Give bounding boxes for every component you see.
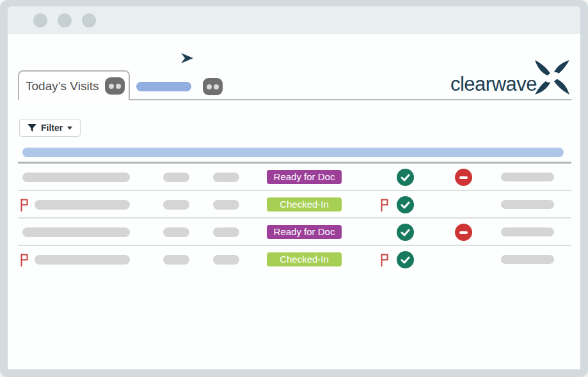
table-row: Checked-In: [18, 246, 571, 273]
flag-icon: [380, 198, 389, 212]
table-row: Checked-In: [18, 191, 571, 219]
cell-placeholder: [213, 173, 239, 182]
deny-icon[interactable]: [455, 224, 472, 241]
status-badge[interactable]: Checked-In: [267, 252, 342, 266]
check-icon[interactable]: [397, 224, 414, 241]
window-control-dot[interactable]: [33, 13, 47, 27]
status-badge[interactable]: Ready for Doc: [267, 225, 342, 239]
clearwave-wordmark: clearwave: [450, 74, 537, 94]
visits-table: Ready for Doc Checked-In: [18, 164, 571, 273]
page-content: Today’s Visits clearwave: [8, 34, 580, 369]
table-row: Ready for Doc: [18, 219, 571, 246]
tab-count-badge-icon: [105, 77, 125, 95]
patient-name-placeholder: [35, 255, 130, 265]
flag-icon: [380, 253, 389, 267]
cell-placeholder: [501, 173, 554, 181]
cell-placeholder: [163, 200, 189, 210]
flag-icon: [20, 253, 29, 267]
status-badge[interactable]: Checked-In: [267, 197, 342, 212]
cell-placeholder: [163, 227, 189, 237]
browser-titlebar: [8, 6, 580, 34]
check-icon[interactable]: [397, 169, 414, 186]
table-row: Ready for Doc: [18, 164, 571, 191]
cell-placeholder: [213, 227, 239, 237]
cell-placeholder: [163, 173, 189, 182]
tab-placeholder[interactable]: [136, 76, 223, 97]
table-header-placeholder: [22, 148, 564, 157]
patient-name-placeholder: [35, 200, 130, 210]
tabs-underline: [130, 99, 571, 100]
tab-placeholder-label-pill: [136, 82, 191, 91]
chevron-down-icon: [67, 127, 72, 130]
deny-icon[interactable]: [455, 169, 472, 186]
clearwave-logo: clearwave: [450, 58, 570, 96]
filter-button[interactable]: Filter: [19, 119, 81, 137]
filter-label: Filter: [41, 123, 63, 133]
check-icon[interactable]: [397, 196, 414, 213]
browser-window: Today’s Visits clearwave: [0, 0, 588, 377]
tab-label: Today’s Visits: [26, 79, 99, 93]
funnel-icon: [28, 124, 36, 132]
window-control-dot[interactable]: [82, 13, 96, 27]
window-control-dot[interactable]: [58, 13, 72, 27]
check-icon[interactable]: [397, 251, 414, 268]
tab-count-badge-icon: [203, 78, 223, 95]
cell-placeholder: [501, 227, 554, 236]
cursor-arrow-icon: [179, 52, 195, 67]
flag-icon: [20, 198, 29, 212]
patient-name-placeholder: [22, 227, 130, 237]
status-badge[interactable]: Ready for Doc: [267, 170, 342, 184]
clearwave-pinwheel-icon: [534, 58, 570, 96]
cell-placeholder: [501, 255, 554, 264]
patient-name-placeholder: [22, 173, 130, 182]
cell-placeholder: [213, 255, 239, 265]
cell-placeholder: [163, 255, 189, 265]
cell-placeholder: [501, 200, 554, 209]
tab-todays-visits[interactable]: Today’s Visits: [18, 70, 130, 100]
cell-placeholder: [213, 200, 239, 210]
